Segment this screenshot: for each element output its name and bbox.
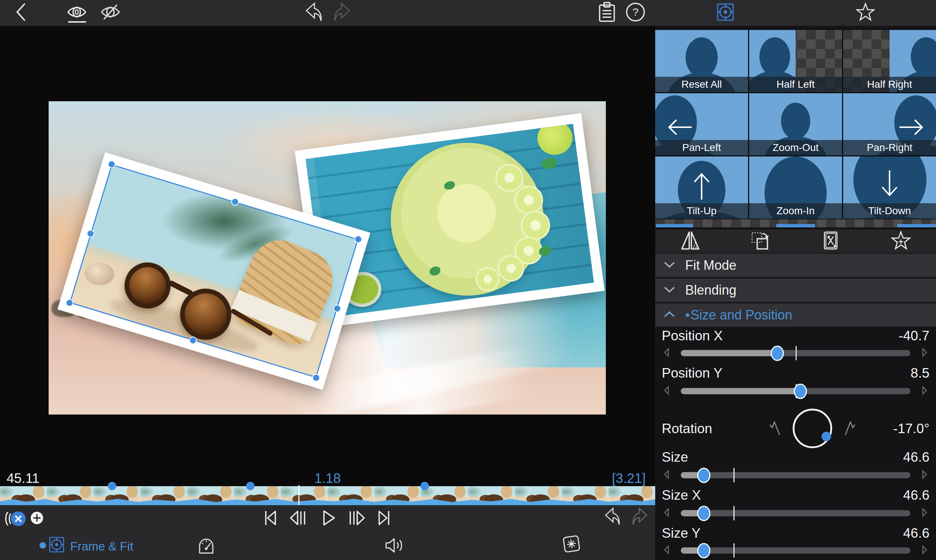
timeline-timecodes: 45.11 1.18 [3.21]: [0, 469, 655, 486]
preset-half-right[interactable]: Half Right: [843, 30, 936, 92]
chevron-up-icon: [663, 311, 676, 320]
app-window: ?: [0, 0, 936, 560]
toolbar-undo-icon[interactable]: [603, 507, 620, 528]
fit-fill-icon[interactable]: [820, 230, 841, 252]
back-icon[interactable]: [14, 3, 27, 23]
rotate-cw-icon[interactable]: [841, 418, 858, 439]
frame-back-icon[interactable]: [289, 509, 307, 528]
position-x-thumb[interactable]: [771, 345, 784, 361]
speed-tab-icon[interactable]: [196, 535, 216, 557]
frame-fit-panel: Reset All Half Left Half Right: [655, 26, 936, 560]
hide-preview-eye-off-icon[interactable]: [100, 4, 121, 22]
tab-frame-and-fit[interactable]: Frame & Fit: [70, 540, 133, 554]
rotation-dial[interactable]: [793, 409, 832, 448]
chevron-down-icon: [663, 286, 676, 295]
position-y-label: Position Y: [662, 366, 722, 381]
chevron-down-icon: [663, 261, 676, 270]
help-icon[interactable]: ?: [626, 2, 645, 23]
size-y-value: 46.6: [903, 526, 930, 541]
audio-tab-icon[interactable]: [384, 536, 404, 556]
position-x-label: Position X: [662, 328, 723, 344]
preset-pan-right[interactable]: Pan-Right: [843, 93, 936, 155]
position-x-value: -40.7: [899, 328, 930, 344]
section-blending[interactable]: Blending: [655, 278, 936, 302]
preset-tilt-down[interactable]: Tilt-Down: [843, 157, 936, 218]
section-fit-mode[interactable]: Fit Mode: [655, 254, 936, 277]
favorites-star-icon[interactable]: [855, 2, 876, 24]
undo-icon[interactable]: [303, 2, 322, 24]
active-section-bullet: •: [685, 308, 690, 323]
more-presets-strip[interactable]: [655, 219, 936, 228]
rotate-ccw-icon[interactable]: [767, 418, 784, 439]
rotation-value: -17.0°: [893, 421, 930, 437]
keyframe-options-icon[interactable]: [4, 508, 27, 531]
preset-reset-all[interactable]: Reset All: [655, 30, 748, 92]
size-y-slider[interactable]: [655, 543, 936, 558]
frame-fit-panel-icon[interactable]: [716, 2, 735, 24]
sunglasses-bridge: [168, 280, 194, 297]
preset-zoom-out[interactable]: Zoom-Out: [749, 93, 842, 155]
size-x-slider[interactable]: [655, 505, 936, 521]
seashell: [85, 262, 115, 286]
animation-presets-grid: Reset All Half Left Half Right: [655, 30, 936, 218]
rotation-dial-dot[interactable]: [822, 432, 831, 441]
size-thumb[interactable]: [697, 468, 710, 483]
rotate-frame-icon[interactable]: [750, 230, 771, 252]
bottom-toolbar: Frame & Fit: [0, 505, 655, 560]
redo-icon[interactable]: [334, 2, 353, 24]
elapsed-timecode: 45.11: [6, 471, 40, 486]
size-x-thumb[interactable]: [697, 506, 710, 521]
frame-fit-tab-icon[interactable]: [48, 535, 65, 555]
size-x-label: Size X: [662, 488, 701, 503]
position-x-slider[interactable]: [655, 345, 936, 361]
play-icon[interactable]: [322, 509, 336, 528]
size-x-value: 46.6: [903, 488, 930, 503]
rotation-label: Rotation: [662, 421, 712, 437]
position-y-slider[interactable]: [655, 383, 936, 399]
section-size-and-position[interactable]: • Size and Position: [655, 303, 936, 327]
preset-half-left[interactable]: Half Left: [749, 30, 842, 92]
size-y-label: Size Y: [662, 526, 700, 541]
effects-tab-icon[interactable]: [561, 533, 582, 556]
size-y-thumb[interactable]: [697, 543, 710, 558]
save-preset-star-icon[interactable]: [890, 230, 911, 252]
clip-duration-timecode: [3.21]: [612, 471, 646, 486]
size-slider[interactable]: [655, 467, 936, 483]
whole-lime: [535, 124, 574, 157]
transform-tools-row: [655, 229, 936, 253]
preview-canvas[interactable]: [49, 101, 606, 414]
show-preview-eye-icon[interactable]: [66, 5, 87, 21]
mint-leaf: [541, 157, 557, 170]
keyframe-marker[interactable]: [420, 482, 429, 490]
position-y-value: 8.5: [911, 366, 930, 381]
clipboard-icon[interactable]: [598, 2, 616, 24]
svg-text:?: ?: [633, 6, 639, 18]
add-keyframe-icon[interactable]: [30, 511, 44, 526]
size-label: Size: [662, 449, 688, 465]
size-value: 46.6: [903, 449, 930, 465]
frame-forward-icon[interactable]: [348, 509, 365, 528]
preset-tilt-up[interactable]: Tilt-Up: [655, 157, 748, 218]
preset-pan-left[interactable]: Pan-Left: [655, 93, 748, 155]
skip-to-end-icon[interactable]: [377, 509, 391, 528]
flip-mirror-icon[interactable]: [680, 230, 701, 252]
skip-to-start-icon[interactable]: [263, 509, 278, 528]
toolbar-redo-icon[interactable]: [632, 507, 649, 528]
top-toolbar: ?: [0, 0, 936, 26]
keyframe-marker[interactable]: [246, 482, 254, 490]
playhead[interactable]: [298, 485, 299, 506]
current-timecode: 1.18: [314, 471, 341, 486]
position-y-thumb[interactable]: [794, 383, 807, 399]
preset-zoom-in[interactable]: Zoom-In: [749, 157, 842, 218]
eye-active-underline: [68, 21, 86, 23]
active-tab-dot: [39, 542, 46, 551]
keyframe-marker[interactable]: [108, 482, 116, 490]
